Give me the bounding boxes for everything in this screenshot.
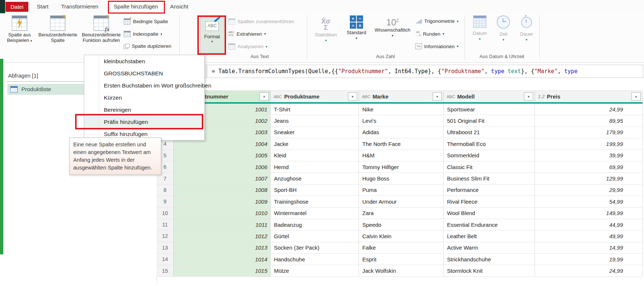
cell-marke[interactable]: Falke [359, 242, 444, 254]
cell-modell[interactable]: Rival Fleece [444, 196, 535, 207]
cell-preis[interactable]: 179,99 [535, 127, 643, 138]
informationen-button[interactable]: ⅓± Informationen ▾ [415, 43, 458, 49]
cell-modell[interactable]: 501 Original Fit [444, 115, 535, 126]
row-number[interactable]: 14 [156, 254, 174, 265]
row-number[interactable]: 12 [156, 230, 174, 242]
dauer-button[interactable]: Dauer ▾ [515, 15, 538, 43]
row-number[interactable]: 8 [156, 185, 174, 196]
tab-ansicht[interactable]: Ansicht [168, 0, 190, 13]
cell-produktnummer[interactable]: 1010 [174, 208, 271, 219]
row-number[interactable]: 9 [156, 196, 174, 207]
query-item-produktliste[interactable]: Produktliste [7, 84, 85, 95]
cell-produktname[interactable]: Mütze [271, 265, 359, 276]
cell-modell[interactable]: Essential Endurance [444, 219, 535, 230]
cell-produktname[interactable]: Handschuhe [271, 254, 359, 265]
spalte-aus-beispielen-button[interactable]: Spalte ausBeispielen ▾ [3, 15, 36, 44]
cell-produktname[interactable]: T-Shirt [271, 104, 359, 115]
cell-marke[interactable]: Puma [359, 185, 444, 196]
cell-marke[interactable]: Under Armour [359, 196, 444, 207]
cell-preis[interactable]: 89,95 [535, 115, 643, 126]
cell-modell[interactable]: Sportswear [444, 104, 535, 115]
cell-marke[interactable]: Nike [359, 104, 444, 115]
cell-modell[interactable]: Classic Fit [444, 161, 535, 173]
cell-produktnummer[interactable]: 1015 [174, 265, 271, 276]
menu-item[interactable]: kleinbuchstaben [84, 55, 204, 67]
row-number[interactable]: 13 [156, 242, 174, 254]
cell-produktnummer[interactable]: 1008 [174, 185, 271, 196]
cell-produktnummer[interactable]: 1007 [174, 173, 271, 184]
menu-item[interactable]: Kürzen [84, 92, 204, 104]
cell-produktname[interactable]: Sport-BH [271, 185, 359, 196]
cell-preis[interactable]: 149,99 [535, 208, 643, 219]
menu-item[interactable]: Präfix hinzufügen [84, 116, 204, 128]
indexspalte-button[interactable]: Indexspalte ▾ [124, 31, 162, 37]
cell-marke[interactable]: Adidas [359, 127, 444, 138]
row-number[interactable]: 15 [156, 265, 174, 276]
cell-preis[interactable]: 39,99 [535, 150, 643, 161]
cell-produktname[interactable]: Hemd [271, 161, 359, 173]
cell-marke[interactable]: Levi's [359, 115, 444, 126]
cell-produktnummer[interactable]: 1012 [174, 230, 271, 242]
runden-button[interactable]: .00→.0 Runden ▾ [415, 31, 444, 37]
cell-produktname[interactable]: Gürtel [271, 230, 359, 242]
tab-spalte-hinzufuegen[interactable]: Spalte hinzufügen [112, 0, 160, 13]
filter-button[interactable] [631, 92, 641, 101]
row-number[interactable]: 10 [156, 208, 174, 219]
cell-produktname[interactable]: Jeans [271, 115, 359, 126]
cell-modell[interactable]: Performance [444, 185, 535, 196]
cell-preis[interactable]: 24,99 [535, 104, 643, 115]
cell-modell[interactable]: Sommerkleid [444, 150, 535, 161]
cell-produktnummer[interactable]: 1013 [174, 242, 271, 254]
cell-preis[interactable]: 24,99 [535, 265, 643, 276]
cell-produktname[interactable]: Trainingshose [271, 196, 359, 207]
cell-marke[interactable]: Jack Wolfskin [359, 265, 444, 276]
filter-button[interactable] [433, 92, 442, 101]
cell-modell[interactable]: Wool Blend [444, 208, 535, 219]
spalte-duplizieren-button[interactable]: Spalte duplizieren [124, 43, 171, 49]
format-button[interactable]: ABC Format ▾ [200, 17, 224, 53]
cell-produktname[interactable]: Jacke [271, 138, 359, 150]
cell-modell[interactable]: Business Slim Fit [444, 173, 535, 184]
header-produktname[interactable]: ABC Produktname [271, 90, 359, 102]
cell-modell[interactable]: Strickhandschuhe [444, 254, 535, 265]
cell-marke[interactable]: Speedo [359, 219, 444, 230]
tab-datei[interactable]: Datei [6, 2, 28, 12]
cell-preis[interactable]: 129,99 [535, 173, 643, 184]
benutzerdefinierte-funktion-button[interactable]: ✳fx BenutzerdefinierteFunktion aufrufen [80, 15, 123, 43]
cell-preis[interactable]: 199,99 [535, 138, 643, 150]
header-marke[interactable]: ABC Marke [359, 90, 444, 102]
extrahieren-button[interactable]: ABC123 Extrahieren ▾ [228, 31, 266, 37]
cell-produktnummer[interactable]: 1009 [174, 196, 271, 207]
cell-produktnummer[interactable]: 1014 [174, 254, 271, 265]
bedingte-spalte-button[interactable]: ✳ Bedingte Spalte [124, 18, 168, 25]
cell-preis[interactable]: 54,99 [535, 196, 643, 207]
cell-produktnummer[interactable]: 1005 [174, 150, 271, 161]
cell-preis[interactable]: 49,99 [535, 230, 643, 242]
cell-preis[interactable]: 69,99 [535, 161, 643, 173]
cell-modell[interactable]: Stormlock Knit [444, 265, 535, 276]
cell-preis[interactable]: 19,99 [535, 254, 643, 265]
zeit-button[interactable]: Zeit ▾ [493, 15, 514, 43]
cell-marke[interactable]: The North Face [359, 138, 444, 150]
cell-produktnummer[interactable]: 1011 [174, 219, 271, 230]
cell-modell[interactable]: Ultraboost 21 [444, 127, 535, 138]
cell-preis[interactable]: 44,99 [535, 219, 643, 230]
cell-produktname[interactable]: Badeanzug [271, 219, 359, 230]
wissenschaftlich-button[interactable]: 102 Wissenschaftlich ▾ [372, 15, 413, 39]
cell-produktname[interactable]: Socken (3er Pack) [271, 242, 359, 254]
cell-marke[interactable]: H&M [359, 150, 444, 161]
statistiken-button[interactable]: X̄σΣ Statistiken ▾ [312, 15, 340, 43]
cell-produktname[interactable]: Kleid [271, 150, 359, 161]
cell-produktname[interactable]: Wintermantel [271, 208, 359, 219]
tab-transformieren[interactable]: Transformieren [59, 0, 101, 13]
tab-start[interactable]: Start [35, 0, 51, 13]
filter-button[interactable] [524, 92, 533, 101]
cell-produktname[interactable]: Anzughose [271, 173, 359, 184]
cell-modell[interactable]: Active Warm [444, 242, 535, 254]
benutzerdefinierte-spalte-button[interactable]: ✳ BenutzerdefinierteSpalte [37, 15, 79, 43]
standard-button[interactable]: +−÷× Standard ▾ [342, 15, 371, 41]
cell-marke[interactable]: Tommy Hilfiger [359, 161, 444, 173]
header-modell[interactable]: ABC Modell [444, 90, 535, 102]
datum-button[interactable]: Datum ▾ [468, 15, 491, 42]
cell-marke[interactable]: Hugo Boss [359, 173, 444, 184]
